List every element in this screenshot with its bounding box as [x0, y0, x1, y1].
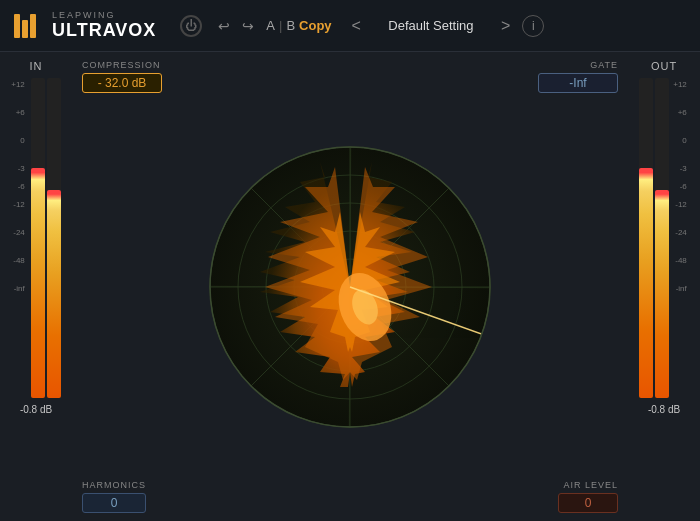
preset-name-label: Default Setting: [371, 18, 491, 33]
preset-next-button[interactable]: >: [497, 17, 514, 35]
copy-button[interactable]: Copy: [299, 18, 332, 33]
in-meter-container: +12 +6 0 -3 -6 -12 -24 -48 -inf: [11, 78, 61, 398]
in-meter-scale: +12 +6 0 -3 -6 -12 -24 -48 -inf: [11, 80, 27, 312]
harmonics-value[interactable]: 0: [82, 493, 146, 513]
scale-item: -inf: [14, 284, 27, 312]
scale-item: -12: [13, 200, 27, 228]
compression-label: COMPRESSION: [82, 60, 162, 70]
out-meter-label: OUT: [651, 60, 677, 72]
logo-icon: [12, 10, 44, 42]
scale-item: -6: [680, 182, 689, 200]
scale-item: -6: [18, 182, 27, 200]
preset-prev-button[interactable]: <: [348, 17, 365, 35]
out-meter-bar-left: [639, 78, 653, 398]
in-meter-fill-right: [47, 190, 61, 398]
out-meter-fill-left: [639, 168, 653, 398]
svg-rect-0: [14, 14, 20, 38]
scale-item: -24: [13, 228, 27, 256]
scale-item: -3: [680, 164, 689, 182]
scale-item: +6: [678, 108, 689, 136]
undo-button[interactable]: ↩: [214, 16, 234, 36]
out-meter-bar-right: [655, 78, 669, 398]
scale-item: -3: [18, 164, 27, 182]
out-meter-bars: [639, 78, 669, 398]
scale-item: 0: [20, 136, 26, 164]
air-level-group: AIR LEVEL 0: [558, 480, 618, 513]
svg-rect-1: [22, 20, 28, 38]
in-meter-reading: -0.8 dB: [20, 404, 52, 415]
in-meter-label: IN: [30, 60, 43, 72]
compression-group: COMPRESSION - 32.0 dB: [82, 60, 162, 93]
air-level-value[interactable]: 0: [558, 493, 618, 513]
out-meter: OUT +12 +6 0 -3 -6 -12 -24 -48 -inf: [628, 52, 700, 521]
out-meter-fill-right: [655, 190, 669, 398]
air-level-label: AIR LEVEL: [563, 480, 618, 490]
gate-value[interactable]: -Inf: [538, 73, 618, 93]
out-meter-scale: +12 +6 0 -3 -6 -12 -24 -48 -inf: [673, 80, 689, 312]
scale-item: -12: [675, 200, 689, 228]
ab-separator: |: [279, 18, 282, 33]
harmonics-group: HARMONICS 0: [82, 480, 146, 513]
undo-redo-group: ↩ ↪: [214, 16, 258, 36]
in-meter: IN +12 +6 0 -3 -6 -12 -24 -48 -inf: [0, 52, 72, 521]
out-meter-container: +12 +6 0 -3 -6 -12 -24 -48 -inf: [639, 78, 689, 398]
compression-value[interactable]: - 32.0 dB: [82, 73, 162, 93]
scale-item: -48: [675, 256, 689, 284]
ab-b-label[interactable]: B: [286, 18, 295, 33]
redo-button[interactable]: ↪: [238, 16, 258, 36]
in-meter-bar-right: [47, 78, 61, 398]
ab-section: A | B Copy: [266, 18, 331, 33]
preset-section: < Default Setting >: [348, 17, 515, 35]
gate-group: GATE -Inf: [538, 60, 618, 93]
top-params: COMPRESSION - 32.0 dB GATE -Inf: [82, 60, 618, 93]
header: LEAPWING ULTRAVOX ↩ ↪ A | B Copy < Defau…: [0, 0, 700, 52]
logo-text-area: LEAPWING ULTRAVOX: [52, 11, 156, 41]
ab-a-label[interactable]: A: [266, 18, 275, 33]
in-meter-fill-left: [31, 168, 45, 398]
scale-item: +12: [11, 80, 27, 108]
scale-item: -24: [675, 228, 689, 256]
scale-item: +12: [673, 80, 689, 108]
radar-display: [180, 132, 520, 442]
in-meter-bar-left: [31, 78, 45, 398]
scale-item: 0: [682, 136, 688, 164]
info-button[interactable]: i: [522, 15, 544, 37]
bottom-params: HARMONICS 0 AIR LEVEL 0: [82, 480, 618, 513]
logo-area: LEAPWING ULTRAVOX: [12, 10, 156, 42]
main-area: IN +12 +6 0 -3 -6 -12 -24 -48 -inf: [0, 52, 700, 521]
scale-item: -inf: [676, 284, 689, 312]
center-content: COMPRESSION - 32.0 dB GATE -Inf: [72, 52, 628, 521]
scale-item: -48: [13, 256, 27, 284]
radar-area: [82, 99, 618, 474]
power-button[interactable]: [180, 15, 202, 37]
gate-label: GATE: [590, 60, 618, 70]
product-label: ULTRAVOX: [52, 21, 156, 41]
svg-rect-2: [30, 14, 36, 38]
in-meter-bars: [31, 78, 61, 398]
harmonics-label: HARMONICS: [82, 480, 146, 490]
header-controls: ↩ ↪ A | B Copy < Default Setting > i: [214, 15, 544, 37]
out-meter-reading: -0.8 dB: [648, 404, 680, 415]
scale-item: +6: [16, 108, 27, 136]
